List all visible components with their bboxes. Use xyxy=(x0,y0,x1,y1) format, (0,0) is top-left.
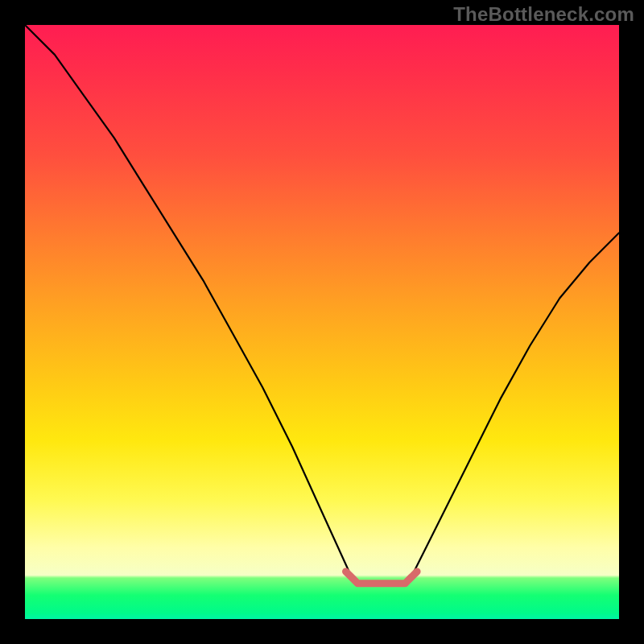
curve-overlay xyxy=(25,25,619,619)
plot-area xyxy=(25,25,619,619)
watermark-text: TheBottleneck.com xyxy=(453,3,634,26)
bottleneck-curve xyxy=(25,25,619,584)
chart-frame: TheBottleneck.com xyxy=(0,0,644,644)
trough-highlight xyxy=(346,572,418,584)
